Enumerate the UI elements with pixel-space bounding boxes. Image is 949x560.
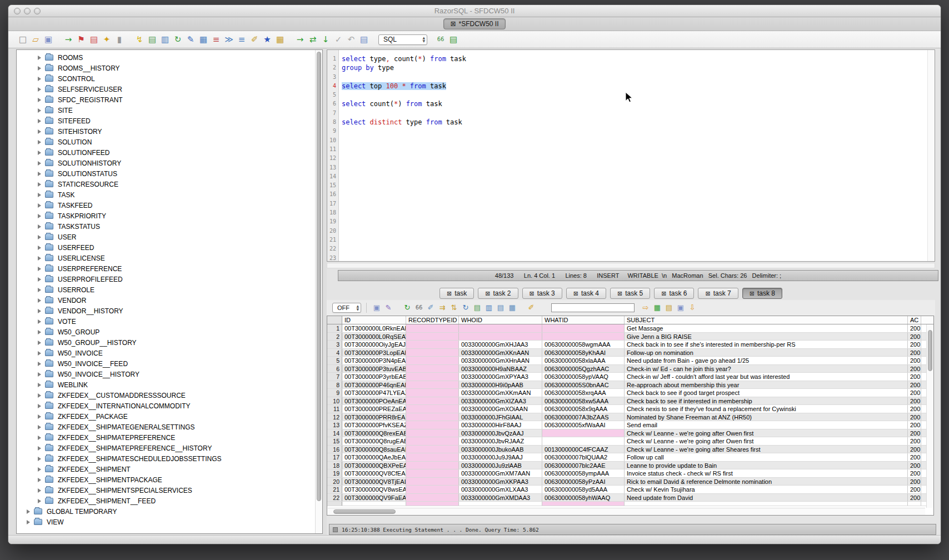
table-tools-icon[interactable]: ▦ <box>274 34 286 45</box>
tree-item-solutionfeed[interactable]: SOLUTIONFEED <box>17 147 314 158</box>
code-line[interactable] <box>342 181 927 190</box>
copy-connection-icon[interactable]: ▤ <box>88 34 99 45</box>
tree-item-zkfedex__package[interactable]: ZKFEDEX__PACKAGE <box>17 411 314 422</box>
disclosure-triangle-icon[interactable] <box>38 351 41 356</box>
connect-icon[interactable]: → <box>63 34 74 45</box>
disclosure-triangle-icon[interactable] <box>38 319 41 324</box>
refresh-results-icon[interactable]: ↻ <box>402 303 412 313</box>
table-row[interactable] <box>327 502 933 506</box>
disclosure-triangle-icon[interactable] <box>38 425 41 429</box>
code-line[interactable] <box>342 190 927 199</box>
import-table-icon[interactable]: ▦ <box>652 303 662 313</box>
table-row[interactable]: 200T3000000L0RqSEAVGive Jenn a BIG RAISE… <box>327 333 933 341</box>
tree-item-w50_invoice__history[interactable]: W50_INVOICE__HISTORY <box>17 369 314 379</box>
disclosure-triangle-icon[interactable] <box>38 457 41 461</box>
tab-close-icon[interactable]: ⊠ <box>705 290 710 297</box>
column-header-rownum[interactable] <box>327 316 342 324</box>
disclosure-triangle-icon[interactable] <box>38 414 41 419</box>
disclosure-triangle-icon[interactable] <box>38 298 41 303</box>
tree-item-zkfedex__shipment[interactable]: ZKFEDEX__SHIPMENT <box>17 464 314 474</box>
code-line[interactable] <box>342 244 927 253</box>
code-line[interactable]: group by type <box>342 63 927 72</box>
disclosure-triangle-icon[interactable] <box>38 224 41 229</box>
search-input[interactable] <box>551 303 635 312</box>
code-line[interactable] <box>342 163 927 172</box>
tree-item-sfdc_registrant[interactable]: SFDC_REGISTRANT <box>17 94 314 105</box>
disclosure-triangle-icon[interactable] <box>38 341 41 345</box>
open-file-icon[interactable]: ▱ <box>30 34 41 45</box>
column-header-id[interactable]: ID <box>342 316 406 324</box>
new-connection-icon[interactable]: ✦ <box>101 34 112 45</box>
results-panel-icon[interactable]: ▤ <box>448 34 459 45</box>
code-line[interactable] <box>342 127 927 136</box>
table-row[interactable]: 600T3000000P3tuvEAB0033000000H9aNBAAZ006… <box>327 365 933 373</box>
table-refresh-icon[interactable]: ↻ <box>461 303 471 313</box>
table-row[interactable]: 1400T3000000Q8rexEAB0033000000JbvQzAAJCh… <box>327 429 933 438</box>
rollback-icon[interactable]: ↶ <box>346 34 357 45</box>
export-sql-icon[interactable]: ≫ <box>223 34 234 45</box>
describe-icon[interactable]: ▤ <box>472 303 482 313</box>
sql-code-area[interactable]: select type, count(*) from taskgroup by … <box>339 50 927 261</box>
disclosure-triangle-icon[interactable] <box>38 161 41 166</box>
tree-item-solutionhistory[interactable]: SOLUTIONHISTORY <box>17 158 314 168</box>
tree-item-zkfedex__shipmatepreference[interactable]: ZKFEDEX__SHIPMATEPREFERENCE <box>17 432 314 443</box>
code-line[interactable] <box>342 208 927 217</box>
tree-item-userlicense[interactable]: USERLICENSE <box>17 253 314 263</box>
column-header-whoid[interactable]: WHOID <box>459 316 542 324</box>
disclosure-triangle-icon[interactable] <box>38 56 41 60</box>
table-row[interactable]: 1700T3000000QAeJbEAL0033000000Ju9J9AAJ00… <box>327 453 933 462</box>
code-line[interactable] <box>342 91 927 99</box>
column-header-recordtypeid[interactable]: RECORDTYPEID <box>406 316 459 324</box>
disclosure-triangle-icon[interactable] <box>38 172 41 176</box>
code-line[interactable] <box>342 217 927 226</box>
table-row[interactable]: 300T3000000OiyJgEAJ0033000000GmXHJAA3006… <box>327 341 933 349</box>
tree-item-userfeed[interactable]: USERFEED <box>17 242 314 253</box>
table-row[interactable]: 1800T3000000QBXPeEAP0033000000Ju9zlAAB00… <box>327 462 933 470</box>
tree-item-zkfedex__shipmentpackage[interactable]: ZKFEDEX__SHIPMENTPACKAGE <box>17 474 314 485</box>
disclosure-triangle-icon[interactable] <box>38 193 41 197</box>
disclosure-triangle-icon[interactable] <box>38 256 41 261</box>
tree-scrollbar[interactable] <box>315 50 322 533</box>
table-row[interactable]: 700T3000000P3yrbEAB0033000000GmXPYAA3006… <box>327 373 933 381</box>
result-tab-task-8[interactable]: ⊠task 8 <box>742 288 782 299</box>
disclosure-triangle-icon[interactable] <box>38 140 41 144</box>
insert-row-icon[interactable]: ⇉ <box>437 303 447 313</box>
disclosure-triangle-icon[interactable] <box>38 182 41 187</box>
table-row[interactable]: 900T3000000P47LYEAZ0033000000GmXKmAAN006… <box>327 389 933 397</box>
code-line[interactable] <box>342 172 927 181</box>
tree-item-zkfedex__customaddresssource[interactable]: ZKFEDEX__CUSTOMADDRESSSOURCE <box>17 390 314 401</box>
tree-item-w50_group[interactable]: W50_GROUP <box>17 327 314 337</box>
code-line[interactable] <box>342 109 927 118</box>
tree-item-solution[interactable]: SOLUTION <box>17 137 314 147</box>
tree-item-userpreference[interactable]: USERPREFERENCE <box>17 263 314 274</box>
titlebar[interactable]: RazorSQL - SFDCW50 II <box>8 5 941 17</box>
copy-rows-icon[interactable]: ▤ <box>496 303 506 313</box>
table-row[interactable]: 1000T3000000POeAnEAL0033000000GmXIZAA300… <box>327 397 933 406</box>
tab-close-icon[interactable]: ⊠ <box>450 20 456 28</box>
disclosure-triangle-icon[interactable] <box>38 478 41 482</box>
table-row[interactable]: 800T3000000P46qnEAB0033000000H9i0pAAB006… <box>327 381 933 389</box>
disclosure-triangle-icon[interactable] <box>27 509 30 514</box>
save-results-icon[interactable]: ▣ <box>372 303 382 313</box>
execute-all-icon[interactable]: ⇄ <box>307 34 318 45</box>
tree-item-weblink[interactable]: WEBLINK <box>17 379 314 390</box>
filter-edit-icon[interactable]: ✎ <box>383 303 393 313</box>
disclosure-triangle-icon[interactable] <box>38 372 41 377</box>
tab-close-icon[interactable]: ⊠ <box>750 290 755 297</box>
disclosure-triangle-icon[interactable] <box>38 383 41 387</box>
table-row[interactable]: 2100T3000000QV8wsEAD0033000000GmXLXAA300… <box>327 486 933 494</box>
code-line[interactable] <box>342 254 927 262</box>
tab-close-icon[interactable]: ⊠ <box>447 290 452 297</box>
table-row[interactable]: 1200T3000000PRR8rEAH0033000000JFhGlAAL00… <box>327 413 933 422</box>
refresh-icon[interactable]: ↻ <box>172 34 183 45</box>
code-line[interactable]: select top 100 * from task <box>342 82 927 91</box>
tree-item-scontrol[interactable]: SCONTROL <box>17 73 314 84</box>
document-tab[interactable]: ⊠ *SFDCW50 II <box>443 18 505 29</box>
tab-close-icon[interactable]: ⊠ <box>530 290 535 297</box>
table-row[interactable]: 1500T3000000Q8rugEAB0033000000JbvRJAAZCh… <box>327 437 933 446</box>
save-icon[interactable]: ▣ <box>43 34 54 45</box>
disclosure-triangle-icon[interactable] <box>38 330 41 334</box>
code-line[interactable]: select type, count(*) from task <box>342 54 927 63</box>
export-table-icon[interactable]: ▥ <box>159 34 171 45</box>
table-vscrollbar[interactable] <box>926 324 933 508</box>
